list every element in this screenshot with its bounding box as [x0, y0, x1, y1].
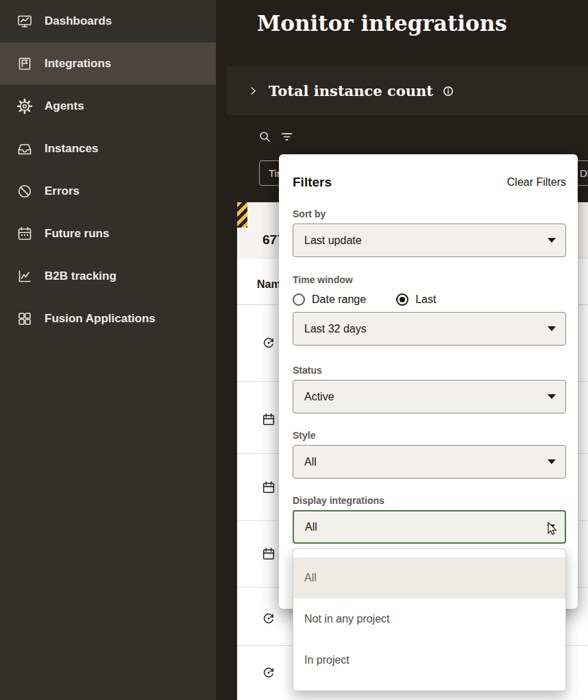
style-group: Style All	[293, 430, 566, 479]
chevron-down-icon	[547, 524, 555, 529]
clear-filters-link[interactable]: Clear Filters	[507, 176, 566, 189]
integrations-icon	[16, 56, 33, 72]
info-icon[interactable]	[442, 85, 454, 97]
time-window-group: Time window Date range Last Last 32 days	[293, 274, 566, 346]
sidebar-item-label: B2B tracking	[45, 269, 117, 283]
status-select[interactable]: Active	[293, 380, 566, 413]
page-title: Monitor integrations	[257, 11, 507, 36]
display-chip-label: Display	[580, 167, 588, 179]
sidebar-item-instances[interactable]: Instances	[0, 128, 216, 170]
radio-checked-icon	[396, 293, 408, 306]
time-window-select[interactable]: Last 32 days	[293, 312, 566, 346]
gear-icon	[16, 98, 33, 114]
hazard-stripe-decoration	[237, 202, 247, 228]
integration-run-icon[interactable]	[261, 665, 276, 680]
sidebar-item-errors[interactable]: Errors	[0, 170, 216, 213]
calendar-icon[interactable]	[261, 546, 276, 562]
sidebar-item-integrations[interactable]: Integrations	[0, 43, 216, 85]
line-chart-icon	[16, 268, 33, 285]
sidebar-item-label: Future runs	[45, 227, 109, 241]
sidebar-item-label: Fusion Applications	[45, 312, 156, 326]
integration-run-icon[interactable]	[261, 611, 276, 626]
calendar-icon[interactable]	[261, 412, 276, 427]
sidebar-item-label: Instances	[45, 142, 98, 156]
sidebar-item-label: Agents	[45, 99, 84, 113]
filters-title: Filters	[293, 175, 332, 190]
display-integrations-dropdown: All Not in any project In project	[293, 548, 566, 691]
sort-by-value: Last update	[304, 234, 362, 247]
sort-by-group: Sort by Last update	[293, 208, 566, 257]
dropdown-option-not-in-any-project[interactable]: Not in any project	[293, 599, 565, 640]
chevron-down-icon	[548, 326, 556, 331]
style-label: Style	[293, 430, 566, 441]
calendar-icon[interactable]	[261, 480, 276, 495]
style-value: All	[304, 456, 317, 468]
time-window-label: Time window	[293, 274, 566, 285]
chevron-down-icon	[548, 459, 556, 464]
filters-header: Filters Clear Filters	[293, 175, 566, 190]
summary-title: Total instance count	[269, 82, 433, 99]
table-toolbar	[258, 130, 294, 144]
app-window: Dashboards Integrations Agents Instances…	[0, 0, 588, 700]
blocked-circle-icon	[16, 183, 33, 200]
radio-last-label: Last	[415, 293, 436, 306]
dropdown-option-in-project[interactable]: In project	[293, 640, 565, 681]
sidebar-item-agents[interactable]: Agents	[0, 85, 216, 128]
inbox-tray-icon	[16, 141, 33, 157]
radio-date-range-label: Date range	[312, 293, 366, 306]
display-integrations-select[interactable]: All	[293, 510, 566, 544]
status-group: Status Active	[293, 365, 566, 413]
sort-by-select[interactable]: Last update	[293, 224, 566, 257]
time-window-radio-group: Date range Last	[293, 293, 566, 306]
display-integrations-group: Display integrations All	[293, 495, 566, 544]
dropdown-option-all[interactable]: All	[293, 557, 565, 599]
radio-date-range[interactable]: Date range	[293, 293, 366, 306]
dashboards-icon	[16, 13, 33, 29]
chevron-down-icon	[548, 238, 556, 243]
sidebar-item-fusion-applications[interactable]: Fusion Applications	[0, 298, 216, 340]
radio-unchecked-icon	[293, 293, 305, 306]
sidebar-item-label: Dashboards	[45, 14, 112, 28]
filter-icon[interactable]	[280, 130, 294, 144]
chevron-right-icon	[248, 86, 258, 96]
total-instance-count-bar[interactable]: Total instance count	[227, 67, 588, 115]
display-integrations-label: Display integrations	[293, 495, 566, 506]
sort-by-label: Sort by	[293, 208, 566, 219]
search-icon[interactable]	[258, 130, 272, 144]
status-label: Status	[293, 365, 566, 376]
style-select[interactable]: All	[293, 445, 566, 479]
sidebar: Dashboards Integrations Agents Instances…	[0, 0, 216, 700]
sidebar-item-future-runs[interactable]: Future runs	[0, 213, 216, 255]
display-integrations-value: All	[305, 521, 317, 533]
chevron-down-icon	[548, 394, 556, 399]
radio-last[interactable]: Last	[396, 293, 436, 306]
sidebar-item-b2b-tracking[interactable]: B2B tracking	[0, 255, 216, 298]
time-window-value: Last 32 days	[304, 323, 367, 335]
sidebar-item-label: Integrations	[45, 57, 111, 71]
sidebar-item-label: Errors	[45, 184, 79, 198]
sidebar-item-dashboards[interactable]: Dashboards	[0, 0, 216, 43]
filters-panel: Filters Clear Filters Sort by Last updat…	[279, 154, 578, 609]
calendar-clock-icon	[16, 226, 33, 242]
integration-run-icon[interactable]	[261, 335, 276, 350]
app-grid-icon	[16, 311, 33, 327]
status-value: Active	[304, 391, 334, 403]
